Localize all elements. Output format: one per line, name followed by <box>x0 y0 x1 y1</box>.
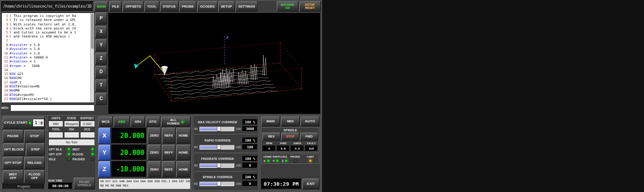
menu-status-button[interactable]: STATUS <box>160 1 178 12</box>
scrollbar-thumb[interactable] <box>91 14 93 49</box>
key-y-button[interactable]: Y <box>95 39 107 51</box>
menu-settings-button[interactable]: SETTINGS <box>236 1 258 12</box>
key-d-button[interactable]: D <box>95 66 107 78</box>
gcode-line: 1( This program is copyright of Ra <box>3 14 90 18</box>
status-indicator: OPT BLK <box>49 147 71 151</box>
overrides-group: MAX VELOCITY OVERRIDE 100 % 50 100 3600 … <box>193 115 259 191</box>
menu-gcodes-button[interactable]: GCODES <box>197 1 217 12</box>
home-button[interactable]: HOME <box>176 161 191 177</box>
mdi-mode-button[interactable]: MDI <box>281 117 300 126</box>
code-text: ( and feedrate is 450 mm/min ) <box>9 34 70 38</box>
home-button[interactable]: HOME <box>176 145 191 161</box>
gcode-line: 9#<yscale> = 1.0 <box>3 47 90 51</box>
axis-letter-button[interactable]: Z <box>98 161 110 177</box>
override-slider[interactable] <box>199 163 235 168</box>
key-p-button[interactable]: P <box>95 13 107 25</box>
menu-main-button[interactable]: MAIN <box>94 1 108 12</box>
linuxcnc-app-window: MAIN FILE OFFSETS TOOL STATUS PROBE GCOD… <box>0 0 322 192</box>
auto-mode-button[interactable]: AUTO <box>301 117 319 126</box>
key-x-button[interactable]: X <box>95 26 107 38</box>
run-time-label: RUN TIME <box>48 179 72 182</box>
spindle-stop-button[interactable]: STOP <box>281 133 299 141</box>
wcs-button[interactable]: WCS <box>98 117 113 127</box>
axis-letter-button[interactable]: X <box>98 128 110 144</box>
slider-fill <box>200 146 218 149</box>
exit-button[interactable]: EXIT <box>302 179 319 189</box>
slider-handle[interactable] <box>217 163 221 168</box>
gcode-line: 11#<fscale> = 10000.0 <box>3 55 90 59</box>
zero-button[interactable]: ZERO <box>148 145 161 161</box>
opt-block-button[interactable]: OPT BLOCK <box>3 143 25 156</box>
machine-on-label-2: ON <box>285 7 290 10</box>
file-path-entry[interactable] <box>1 1 93 12</box>
override-slider[interactable] <box>199 126 235 131</box>
cycle-start-button[interactable]: CYCLE START 1 <box>3 117 45 129</box>
ref-button[interactable]: REFY <box>162 145 175 161</box>
clock-display: 07:30:29 PM <box>261 179 301 189</box>
menu-probe-button[interactable]: PROBE <box>179 1 197 12</box>
zero-button[interactable]: ZERO <box>148 128 161 144</box>
axis-letter-button[interactable]: Y <box>98 145 110 161</box>
gcode-line: 12#<toolno> = 1 <box>3 59 90 63</box>
reload-button[interactable]: RELOAD <box>24 157 45 169</box>
mist-off-button[interactable]: MIST OFF <box>3 170 23 183</box>
key-z-button[interactable]: Z <box>95 53 107 65</box>
home-button[interactable]: HOME <box>176 128 191 144</box>
pause-button[interactable]: PAUSE <box>3 130 23 142</box>
key-t-button[interactable]: T <box>95 79 107 92</box>
estop-reset-button[interactable]: ESTOP RESET <box>299 1 321 12</box>
stop-button[interactable]: STOP <box>24 130 45 142</box>
line-number: 5 <box>3 30 9 34</box>
menu-setup-button[interactable]: SETUP <box>218 1 235 12</box>
code-keyword: N40 <box>9 76 16 80</box>
mdi-entry[interactable] <box>10 104 94 111</box>
opt-stop-button[interactable]: OPT STOP <box>3 157 23 169</box>
dtg-button[interactable]: DTG <box>146 117 160 127</box>
ref-button[interactable]: REFZ <box>162 161 175 177</box>
menu-tool-button[interactable]: TOOL <box>144 1 159 12</box>
slider-handle[interactable] <box>217 145 221 150</box>
override-slider[interactable] <box>199 181 235 186</box>
man-mode-button[interactable]: MAN <box>261 117 280 126</box>
pause-spindle-button[interactable]: PAUSE SPINDLE <box>74 178 95 189</box>
slider-fill <box>200 127 218 130</box>
gcode-editor[interactable]: 1( This program is copyright of Ra 2( It… <box>1 13 94 103</box>
spindle-fwd-button[interactable]: FWD <box>300 133 318 141</box>
line-number: 13 <box>3 64 9 68</box>
active-mcodes: M0 M5 M9 M48 M53 <box>100 184 189 188</box>
counter-spinner[interactable] <box>39 121 44 125</box>
gcode-preview[interactable]: Z <box>108 13 321 114</box>
code-keyword: N60 <box>9 88 16 92</box>
ref-button[interactable]: REFX <box>162 128 175 144</box>
spin-down-icon[interactable] <box>40 123 43 125</box>
mdi-row: MDI: <box>1 104 94 112</box>
cycle-count-value: 1 <box>33 121 39 125</box>
machine-on-button[interactable]: MACHINE ON <box>277 1 298 12</box>
slider-handle[interactable] <box>217 126 221 131</box>
menu-file-button[interactable]: FILE <box>109 1 122 12</box>
all-homed-button[interactable]: ALL HOMED <box>161 117 191 127</box>
menu-offsets-button[interactable]: OFFSETS <box>123 1 144 12</box>
step-button[interactable]: STEP <box>26 143 45 156</box>
g54-button[interactable]: G54 <box>131 117 145 127</box>
zero-button[interactable]: ZERO <box>148 161 161 177</box>
code-text: = 1.0 <box>28 51 40 55</box>
spindle-rev-button[interactable]: REV <box>263 133 280 141</box>
spin-up-icon[interactable] <box>40 121 43 123</box>
tool-value <box>48 132 63 138</box>
top-menu-bar: MAIN FILE OFFSETS TOOL STATUS PROBE GCOD… <box>1 1 321 12</box>
gcode-line: 7 <box>3 39 90 43</box>
override-slider[interactable] <box>199 145 235 150</box>
abs-button[interactable]: ABS <box>114 117 130 127</box>
status-led-icon <box>91 152 94 156</box>
editor-scrollbar[interactable] <box>90 13 94 102</box>
line-number: 16 <box>3 76 9 80</box>
line-number: 10 <box>3 51 9 55</box>
spindle-value-labels: RPM PWR AMPS FAULT <box>263 142 318 145</box>
key-c-button[interactable]: C <box>95 93 107 105</box>
slider-handle[interactable] <box>217 181 221 186</box>
dual-linuxcnc-screens: MAIN FILE OFFSETS TOOL STATUS PROBE GCOD… <box>0 0 322 192</box>
line-number: 20 <box>3 93 9 97</box>
flood-off-button[interactable]: FLOOD OFF <box>24 170 45 183</box>
cycle-counter[interactable]: 1 <box>33 119 44 127</box>
